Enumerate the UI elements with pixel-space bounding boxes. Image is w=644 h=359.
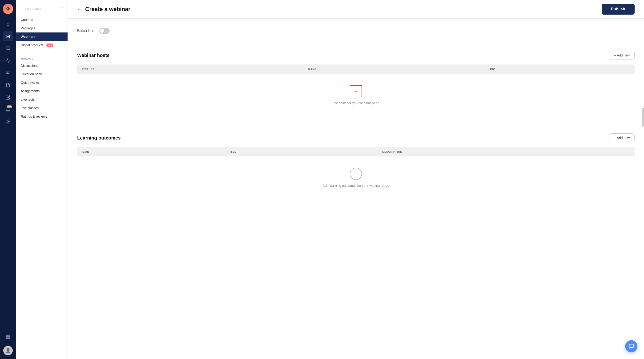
scroll-indicator[interactable] [642, 108, 644, 127]
user-avatar[interactable]: 👤 [3, 346, 13, 355]
webinar-hosts-header: Webinar hosts + Add new [77, 51, 634, 60]
quiz-reviews-label: Quiz reviews [21, 81, 40, 84]
users-nav-icon[interactable] [3, 68, 13, 78]
bio-column-header: BIO [485, 64, 634, 74]
hosts-table-body: + List hosts for your webinar page [77, 74, 634, 116]
svg-point-2 [8, 337, 9, 338]
nav-item-assignments[interactable]: Assignments [16, 87, 68, 95]
announcements-nav-icon[interactable]: New [3, 104, 13, 115]
outcomes-table-header: ICON TITLE DESCRIPTION [77, 147, 634, 156]
outcomes-empty-state: + Add learning outcomes for your webinar… [77, 156, 634, 199]
batch-limit-toggle[interactable] [99, 28, 110, 34]
nav-item-ratings-reviews[interactable]: Ratings & reviews [16, 112, 68, 121]
live-classes-label: Live classes [21, 106, 38, 110]
left-navigation: PRODUCTS « Courses Packages Webinars Dig… [16, 0, 68, 359]
nav-item-webinars[interactable]: Webinars [16, 32, 68, 41]
nav-item-question-bank[interactable]: Question bank [16, 70, 68, 78]
discussions-label: Discussions [21, 64, 38, 67]
page-header: ← Create a webinar Publish [68, 0, 644, 18]
batch-limit-row: Batch limit [77, 26, 634, 35]
nav-item-quiz-reviews[interactable]: Quiz reviews [16, 78, 68, 87]
divider-2 [77, 126, 634, 126]
add-new-outcome-button[interactable]: + Add new [609, 133, 634, 142]
courses-label: Courses [21, 18, 33, 22]
nav-item-live-tests[interactable]: Live tests [16, 95, 68, 104]
live-tests-label: Live tests [21, 98, 34, 101]
svg-point-0 [6, 71, 8, 73]
outcomes-empty-text: Add learning outcomes for your webinar p… [323, 184, 389, 188]
nav-item-digital-products[interactable]: Digital products New [16, 41, 68, 49]
publish-button[interactable]: Publish [602, 4, 634, 14]
settings-nav-icon[interactable] [3, 332, 13, 342]
document-nav-icon[interactable] [3, 80, 13, 90]
back-button[interactable]: ← [77, 6, 82, 12]
divider-1 [77, 43, 634, 43]
outcomes-table-body: + Add learning outcomes for your webinar… [77, 156, 634, 199]
nav-item-courses[interactable]: Courses [16, 15, 68, 24]
logo-icon: 🎓 [6, 6, 10, 11]
back-arrow-icon: ← [77, 6, 82, 12]
lightning-nav-icon[interactable] [3, 117, 13, 127]
toggle-slider [99, 28, 110, 34]
question-bank-label: Question bank [21, 72, 42, 76]
main-content: ← Create a webinar Publish Batch limit W… [68, 0, 644, 359]
add-new-host-button[interactable]: + Add new [609, 51, 634, 60]
learning-outcomes-header: Learning outcomes + Add new [77, 133, 634, 142]
svg-marker-1 [6, 120, 10, 124]
hosts-table-header: PICTURE NAME BIO [77, 64, 634, 74]
nav-item-discussions[interactable]: Discussions [16, 61, 68, 70]
picture-column-header: PICTURE [77, 64, 304, 74]
batch-limit-label: Batch limit [77, 29, 94, 33]
chat-nav-icon[interactable] [3, 43, 13, 54]
content-body: Batch limit Webinar hosts + Add new PICT… [68, 18, 644, 359]
nav-item-packages[interactable]: Packages [16, 24, 68, 32]
digital-products-badge: New [46, 43, 54, 47]
learning-outcomes-table: ICON TITLE DESCRIPTION + Add learning ou… [77, 147, 634, 199]
header-left: ← Create a webinar [77, 6, 130, 12]
edit-nav-icon[interactable] [3, 92, 13, 103]
home-nav-icon[interactable]: ⌂ [3, 19, 13, 29]
add-host-plus-icon[interactable]: + [350, 85, 362, 97]
add-outcome-plus-icon[interactable]: + [350, 168, 362, 180]
page-title: Create a webinar [85, 6, 130, 12]
title-column-header: TITLE [224, 147, 378, 156]
name-column-header: NAME [304, 64, 486, 74]
description-column-header: DESCRIPTION [378, 147, 634, 156]
nav-divider [16, 52, 68, 52]
icon-column-header: ICON [77, 147, 224, 156]
left-nav-header: PRODUCTS « [16, 0, 68, 15]
analytics-nav-icon[interactable] [3, 55, 13, 66]
icon-sidebar: 🎓 ⌂ ⊞ New 👤 [0, 0, 16, 359]
assignments-label: Assignments [21, 89, 40, 93]
collapse-nav-button[interactable]: « [61, 6, 63, 10]
webinar-hosts-table: PICTURE NAME BIO + List hosts for your w… [77, 64, 634, 116]
app-logo[interactable]: 🎓 [3, 4, 13, 14]
chat-support-widget[interactable] [625, 340, 638, 353]
webinar-hosts-title: Webinar hosts [77, 53, 110, 58]
products-nav-icon[interactable]: ⊞ [3, 31, 13, 41]
webinar-hosts-section: Webinar hosts + Add new PICTURE NAME BIO [77, 51, 634, 116]
nav-item-live-classes[interactable]: Live classes [16, 104, 68, 112]
webinars-label: Webinars [21, 35, 36, 38]
learning-outcomes-title: Learning outcomes [77, 135, 120, 141]
hosts-empty-text: List hosts for your webinar page [332, 101, 379, 105]
packages-label: Packages [21, 26, 35, 30]
digital-products-label: Digital products [21, 43, 44, 47]
manage-section-label: MANAGE [16, 54, 68, 61]
new-badge: New [6, 105, 12, 108]
learning-outcomes-section: Learning outcomes + Add new ICON TITLE D… [77, 133, 634, 199]
products-section-label: PRODUCTS [21, 5, 46, 12]
hosts-empty-state: + List hosts for your webinar page [77, 74, 634, 116]
ratings-reviews-label: Ratings & reviews [21, 115, 47, 118]
